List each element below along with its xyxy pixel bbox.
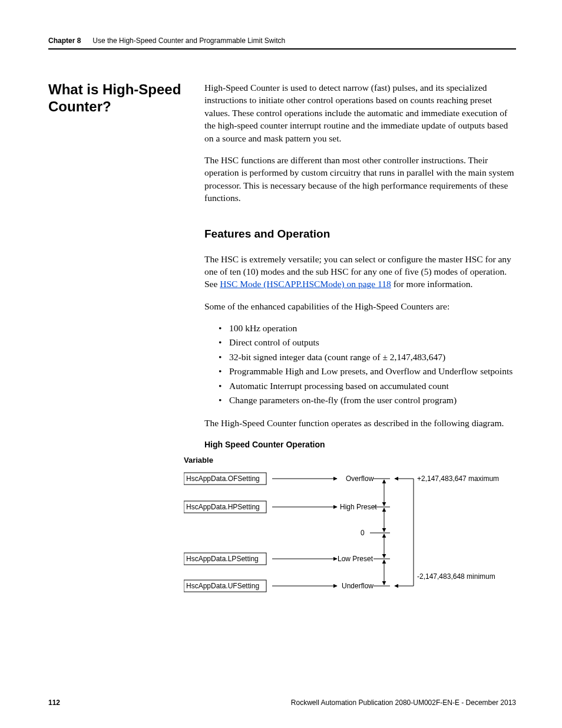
- variable-box: HscAppData.UFSetting: [184, 580, 266, 592]
- chapter-label: Chapter 8: [48, 37, 81, 45]
- hsc-operation-diagram: HscAppData.OFSetting HscAppData.HPSettin…: [184, 469, 516, 602]
- chapter-title: Use the High-Speed Counter and Programma…: [92, 37, 285, 45]
- publication-id: Rockwell Automation Publication 2080-UM0…: [291, 699, 516, 707]
- body-paragraph: The HSC functions are different than mos…: [204, 154, 516, 205]
- text-run: for more information.: [391, 279, 473, 289]
- body-paragraph: High-Speed Counter is used to detect nar…: [204, 81, 516, 144]
- svg-text:HscAppData.OFSetting: HscAppData.OFSetting: [186, 475, 260, 483]
- list-item: Change parameters on-the-fly (from the u…: [229, 394, 516, 406]
- svg-text:HscAppData.UFSetting: HscAppData.UFSetting: [186, 582, 259, 590]
- diagram-column-header: Variable: [184, 455, 516, 466]
- page-number: 112: [48, 699, 60, 707]
- level-label: High Preset: [340, 503, 377, 511]
- body-paragraph: The High-Speed Counter function operates…: [204, 417, 516, 429]
- list-item: Direct control of outputs: [229, 336, 516, 348]
- list-item: Programmable High and Low presets, and O…: [229, 365, 516, 377]
- level-label: 0: [361, 529, 365, 537]
- subsection-heading: Features and Operation: [204, 226, 516, 242]
- list-item: 100 kHz operation: [229, 322, 516, 334]
- svg-text:HscAppData.LPSetting: HscAppData.LPSetting: [186, 555, 259, 563]
- level-label: Overflow: [346, 475, 374, 483]
- page-footer: 112 Rockwell Automation Publication 2080…: [48, 699, 516, 707]
- list-item: 32-bit signed integer data (count range …: [229, 351, 516, 363]
- cross-reference-link[interactable]: HSC Mode (HSCAPP.HSCMode) on page 118: [220, 279, 391, 289]
- level-label: Underflow: [342, 582, 373, 590]
- variable-box: HscAppData.OFSetting: [184, 473, 266, 485]
- section-heading: What is High-Speed Counter?: [48, 81, 193, 116]
- running-header: Chapter 8 Use the High-Speed Counter and…: [48, 37, 516, 50]
- body-paragraph: The HSC is extremely versatile; you can …: [204, 253, 516, 291]
- range-min-label: -2,147,483,648 minimum: [417, 572, 495, 581]
- svg-text:HscAppData.HPSetting: HscAppData.HPSetting: [186, 503, 260, 511]
- diagram-title: High Speed Counter Operation: [204, 439, 516, 450]
- range-max-label: +2,147,483,647 maximum: [417, 475, 499, 483]
- level-label: Low Preset: [338, 555, 373, 563]
- variable-box: HscAppData.LPSetting: [184, 553, 266, 565]
- variable-box: HscAppData.HPSetting: [184, 501, 266, 513]
- body-paragraph: Some of the enhanced capabilities of the…: [204, 300, 516, 312]
- feature-list: 100 kHz operation Direct control of outp…: [204, 322, 516, 406]
- list-item: Automatic Interrupt processing based on …: [229, 380, 516, 392]
